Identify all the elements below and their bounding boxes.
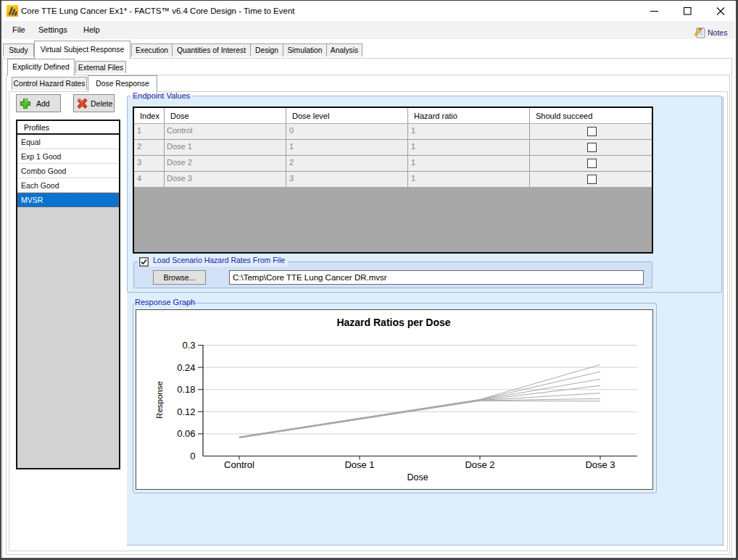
svg-text:Dose 2: Dose 2 — [465, 459, 494, 470]
svg-text:0.18: 0.18 — [177, 384, 195, 395]
svg-text:0.06: 0.06 — [177, 428, 195, 439]
svg-text:0.24: 0.24 — [177, 362, 195, 373]
svg-text:Response: Response — [155, 381, 164, 419]
svg-text:Dose 1: Dose 1 — [344, 459, 374, 470]
svg-text:0.12: 0.12 — [177, 406, 195, 417]
svg-text:Control: Control — [224, 459, 254, 470]
svg-text:0: 0 — [190, 451, 195, 461]
svg-text:Dose: Dose — [407, 472, 428, 482]
svg-text:Hazard Ratios per Dose: Hazard Ratios per Dose — [336, 317, 450, 328]
svg-text:Dose 3: Dose 3 — [585, 459, 615, 470]
svg-text:0.3: 0.3 — [182, 340, 195, 351]
